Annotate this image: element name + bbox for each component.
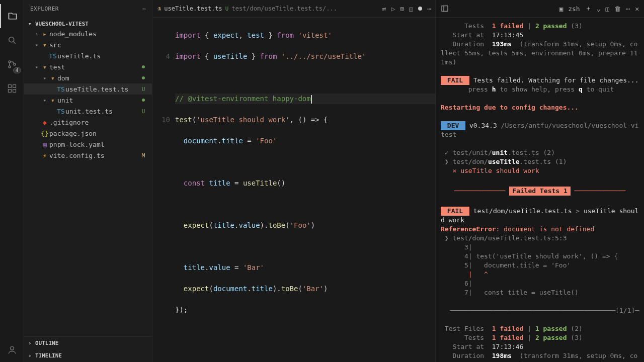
folder-unit[interactable]: ▾ ▾ unit: [24, 95, 152, 106]
dirty-indicator: [418, 7, 422, 11]
split-terminal-icon[interactable]: ◫: [606, 5, 610, 13]
run-icon[interactable]: ▷: [391, 5, 395, 13]
file-pnpm-lock[interactable]: ▤ pnpm-lock.yaml: [24, 139, 152, 150]
tab-git-status: U: [225, 6, 229, 12]
git-status-m: M: [140, 152, 147, 159]
tab-filename: useTitle.test.ts: [164, 5, 222, 12]
git-status-u: U: [140, 86, 147, 93]
timeline-section[interactable]: › TIMELINE: [24, 349, 152, 362]
activity-bar: 4: [0, 0, 24, 362]
svg-rect-10: [442, 6, 448, 12]
svg-point-3: [9, 66, 11, 68]
file-vite-config[interactable]: ⚡ vite.config.ts M: [24, 150, 152, 161]
close-icon[interactable]: ✕: [635, 5, 639, 13]
file-usetitle-ts[interactable]: TS useTitle.ts: [24, 50, 152, 61]
project-name: VUESCHOOL-VITEST: [35, 21, 89, 27]
svg-rect-5: [8, 85, 11, 88]
editor-area: ⚗ useTitle.test.ts U test/dom/useTitle.t…: [152, 0, 435, 362]
folder-icon: ▾: [40, 41, 49, 49]
editor-tab[interactable]: ⚗ useTitle.test.ts U test/dom/useTitle.t…: [152, 0, 342, 17]
folder-icon: ▾: [48, 74, 57, 82]
chevron-down-icon: ▾: [28, 21, 35, 27]
dev-badge: DEV: [441, 121, 465, 130]
layout-icon[interactable]: ▣: [559, 5, 563, 13]
ts-test-icon: ⚗: [157, 5, 161, 12]
json-icon: {}: [40, 130, 49, 137]
chevron-right-icon: ›: [33, 31, 40, 37]
file-package-json[interactable]: {} package.json: [24, 128, 152, 139]
more-icon[interactable]: ⋯: [427, 5, 431, 13]
fail-badge: FAIL: [441, 207, 469, 216]
svg-rect-7: [8, 89, 11, 93]
chevron-down-icon[interactable]: ⌄: [597, 5, 601, 13]
svg-point-2: [9, 61, 11, 63]
project-header[interactable]: ▾ VUESCHOOL-VITEST: [24, 20, 152, 28]
sidebar-more-icon[interactable]: ⋯: [142, 6, 146, 12]
terminal-output[interactable]: Tests 1 failed | 2 passed (3) Start at 1…: [436, 18, 644, 362]
terminal-panel: ▣ zsh ＋ ⌄ ◫ 🗑 ⋯ ✕ Tests 1 failed | 2 pas…: [435, 0, 644, 362]
modified-dot: [142, 76, 145, 79]
chevron-down-icon: ▾: [33, 64, 40, 70]
terminal-tab-bar: ▣ zsh ＋ ⌄ ◫ 🗑 ⋯ ✕: [436, 0, 644, 18]
file-gitignore[interactable]: ◆ .gitignore: [24, 117, 152, 128]
chevron-right-icon: ›: [28, 352, 35, 359]
tab-breadcrumb: test/dom/useTitle.test.ts/...: [231, 5, 337, 12]
file-tree: › ▸ node_modules ▾ ▾ src TS useTitle.ts …: [24, 28, 152, 161]
svg-point-4: [14, 63, 16, 65]
ts-icon: TS: [48, 52, 57, 60]
source-control-icon[interactable]: 4: [0, 52, 24, 76]
more-icon[interactable]: ⋯: [626, 5, 630, 13]
chevron-right-icon: ›: [28, 340, 35, 346]
ts-icon: TS: [56, 85, 65, 93]
trash-icon[interactable]: 🗑: [614, 5, 621, 13]
file-unit-test[interactable]: TS unit.test.ts U: [24, 106, 152, 117]
fail-badge: FAIL: [441, 76, 469, 85]
account-icon[interactable]: [0, 338, 24, 362]
folder-icon: ▾: [40, 63, 49, 71]
folder-icon: ▾: [48, 97, 57, 104]
folder-dom[interactable]: ▾ ▾ dom: [24, 72, 152, 83]
svg-rect-8: [13, 89, 16, 93]
file-usetitle-test[interactable]: TS useTitle.test.ts U: [24, 83, 152, 95]
compare-icon[interactable]: ⇄: [382, 5, 386, 13]
chevron-down-icon: ▾: [41, 75, 48, 81]
chevron-down-icon: ▾: [33, 42, 40, 48]
folder-node-modules[interactable]: › ▸ node_modules: [24, 28, 152, 39]
panel-toggle-icon[interactable]: [441, 5, 449, 13]
sidebar-title: EXPLORER: [30, 6, 59, 12]
outline-section[interactable]: › OUTLINE: [24, 337, 152, 349]
git-status-u: U: [140, 108, 147, 115]
modified-dot: [142, 65, 145, 68]
tab-bar: ⚗ useTitle.test.ts U test/dom/useTitle.t…: [152, 0, 435, 18]
split-right-icon[interactable]: ◫: [409, 5, 413, 13]
svg-point-0: [9, 37, 14, 42]
editor[interactable]: 4 10 import { expect, test } from 'vites…: [152, 18, 435, 362]
new-terminal-icon[interactable]: ＋: [585, 4, 592, 13]
modified-dot: [142, 99, 145, 102]
search-icon[interactable]: [0, 28, 24, 52]
folder-src[interactable]: ▾ ▾ src: [24, 39, 152, 50]
svg-point-9: [10, 346, 14, 350]
tab-actions: ⇄ ▷ ⊞ ◫ ⋯: [382, 5, 431, 13]
ts-icon: TS: [56, 108, 65, 115]
git-icon: ◆: [40, 119, 49, 126]
folder-test[interactable]: ▾ ▾ test: [24, 61, 152, 72]
yaml-icon: ▤: [40, 141, 49, 148]
failed-tests-header: ───────────── Failed Tests 1 ───────────…: [441, 187, 639, 196]
terminal-shell-name[interactable]: zsh: [568, 5, 580, 13]
explorer-icon[interactable]: [0, 4, 24, 28]
svg-rect-6: [13, 85, 16, 88]
folder-icon: ▸: [40, 30, 49, 38]
split-down-icon[interactable]: ⊞: [400, 5, 405, 13]
chevron-down-icon: ▾: [41, 98, 48, 103]
sidebar-header: EXPLORER ⋯: [24, 0, 152, 18]
vite-icon: ⚡: [40, 152, 49, 159]
code-content[interactable]: import { expect, test } from 'vitest' im…: [175, 18, 435, 362]
scm-badge: 4: [13, 67, 21, 73]
extensions-icon[interactable]: [0, 76, 24, 101]
svg-line-1: [13, 42, 15, 44]
text-cursor: [311, 95, 312, 104]
sidebar: EXPLORER ⋯ ▾ VUESCHOOL-VITEST › ▸ node_m…: [24, 0, 152, 362]
line-gutter: 4 10: [152, 18, 175, 362]
